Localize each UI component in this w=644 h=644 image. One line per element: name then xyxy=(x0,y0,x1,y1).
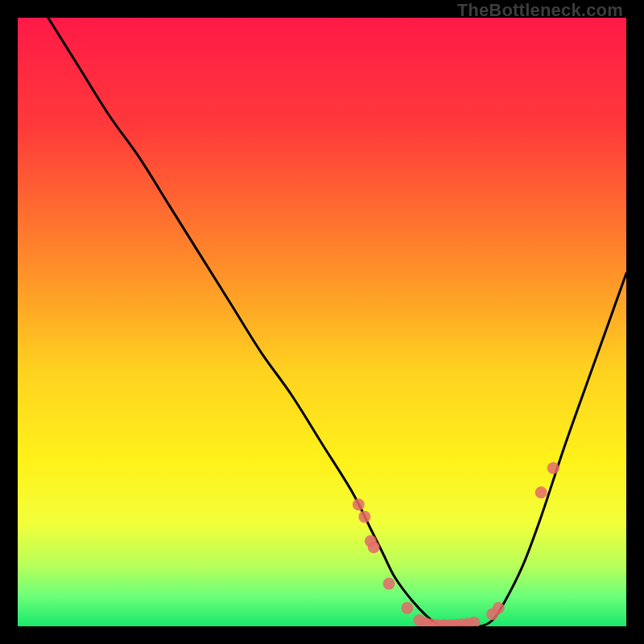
highlight-point xyxy=(401,602,413,614)
chart-frame xyxy=(18,18,626,626)
highlight-point xyxy=(353,498,365,510)
highlight-point xyxy=(547,462,559,474)
watermark-text: TheBottleneck.com xyxy=(457,0,623,21)
highlight-point xyxy=(368,541,380,553)
bottleneck-chart xyxy=(18,18,626,626)
highlight-point xyxy=(383,578,395,590)
highlight-point xyxy=(493,602,505,614)
highlight-point xyxy=(535,486,547,498)
highlight-point xyxy=(358,510,370,522)
